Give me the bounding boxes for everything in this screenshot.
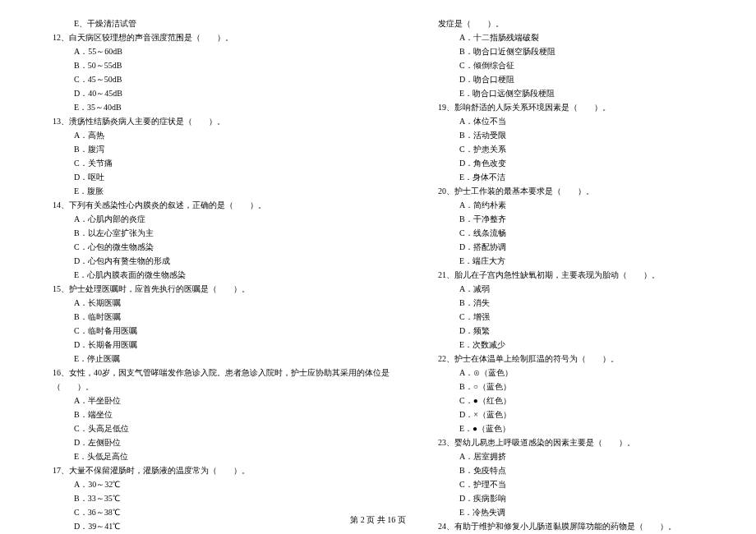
option-text: E．头低足高位 [41, 449, 394, 463]
question-stem: 23、婴幼儿易患上呼吸道感染的因素主要是（ ）。 [426, 435, 715, 449]
question-stem: 17、大量不保留灌肠时，灌肠液的温度常为（ ）。 [41, 463, 394, 477]
option-text: A．高热 [41, 128, 394, 142]
option-text: C．护理不当 [426, 477, 715, 491]
question-stem: 15、护士处理医嘱时，应首先执行的医嘱是（ ）。 [41, 282, 394, 296]
question-stem: 12、白天病区较理想的声音强度范围是（ ）。 [41, 30, 394, 44]
option-text: E．吻合口远侧空肠段梗阻 [426, 86, 715, 100]
option-text: A．居室拥挤 [426, 449, 715, 463]
question-stem: 20、护士工作装的最基本要求是（ ）。 [426, 184, 715, 198]
right-column: 发症是（ ）。 A．十二指肠残端破裂 B．吻合口近侧空肠段梗阻 C．倾倒综合征 … [426, 16, 715, 501]
option-text: A．长期医嘱 [41, 296, 394, 310]
option-text: B．免疫特点 [426, 463, 715, 477]
option-text: B．以左心室扩张为主 [41, 226, 394, 240]
question-stem-cont: （ ）。 [41, 380, 394, 394]
option-text: C．增强 [426, 310, 715, 324]
option-text: E．身体不洁 [426, 170, 715, 184]
option-text: D．角色改变 [426, 156, 715, 170]
option-text: A．十二指肠残端破裂 [426, 30, 715, 44]
option-text: B．活动受限 [426, 128, 715, 142]
option-text: C．●（红色） [426, 394, 715, 407]
question-stem: 13、溃疡性结肠炎病人主要的症状是（ ）。 [41, 114, 394, 128]
option-text: A．半坐卧位 [41, 394, 394, 407]
option-text: C．临时备用医嘱 [41, 324, 394, 338]
option-text: B．50～55dB [41, 58, 394, 72]
question-stem: 19、影响舒适的人际关系环境因素是（ ）。 [426, 100, 715, 114]
question-stem: 16、女性，40岁，因支气管哮喘发作急诊入院。患者急诊入院时，护士应协助其采用的… [41, 366, 394, 380]
option-text: B．消失 [426, 296, 715, 310]
option-text: E．停止医嘱 [41, 352, 394, 366]
option-text: D．搭配协调 [426, 240, 715, 254]
option-text: B．临时医嘱 [41, 310, 394, 324]
option-text: D．呕吐 [41, 170, 394, 184]
option-text: A．⊙（蓝色） [426, 366, 715, 380]
option-text: D．吻合口梗阻 [426, 72, 715, 86]
option-text: C．护患关系 [426, 142, 715, 156]
option-text: C．心包的微生物感染 [41, 240, 394, 254]
option-text: A．30～32℃ [41, 477, 394, 491]
option-text: B．端坐位 [41, 407, 394, 421]
option-text: B．干净整齐 [426, 212, 715, 226]
option-text: A．55～60dB [41, 44, 394, 58]
left-column: E、干燥清洁试管 12、白天病区较理想的声音强度范围是（ ）。 A．55～60d… [41, 16, 394, 501]
option-text: B．○（蓝色） [426, 380, 715, 394]
option-text: E．●（蓝色） [426, 421, 715, 435]
option-text: A．体位不当 [426, 114, 715, 128]
question-stem: 14、下列有关感染性心内膜炎的叙述，正确的是（ ）。 [41, 198, 394, 212]
option-text: C．线条流畅 [426, 226, 715, 240]
option-text: A．简约朴素 [426, 198, 715, 212]
option-text: B．吻合口近侧空肠段梗阻 [426, 44, 715, 58]
option-text: C．倾倒综合征 [426, 58, 715, 72]
option-text: D．左侧卧位 [41, 435, 394, 449]
question-stem: 22、护士在体温单上绘制肛温的符号为（ ）。 [426, 352, 715, 366]
option-text: D．心包内有赘生物的形成 [41, 254, 394, 268]
option-text: D．40～45dB [41, 86, 394, 100]
option-text: E、干燥清洁试管 [41, 16, 394, 30]
option-text: C．45～50dB [41, 72, 394, 86]
option-text: E．心肌内膜表面的微生物感染 [41, 268, 394, 282]
option-text: E．端庄大方 [426, 254, 715, 268]
option-text: E．腹胀 [41, 184, 394, 198]
option-text: D．疾病影响 [426, 491, 715, 505]
option-text: B．腹泻 [41, 142, 394, 156]
question-stem: 21、胎儿在子宫内急性缺氧初期，主要表现为胎动（ ）。 [426, 268, 715, 282]
option-text: E．次数减少 [426, 338, 715, 352]
question-stem-cont: 发症是（ ）。 [426, 16, 715, 30]
option-text: E．35～40dB [41, 100, 394, 114]
option-text: C．头高足低位 [41, 421, 394, 435]
option-text: C．关节痛 [41, 156, 394, 170]
option-text: D．频繁 [426, 324, 715, 338]
option-text: B．33～35℃ [41, 491, 394, 505]
option-text: D．×（蓝色） [426, 407, 715, 421]
exam-page: E、干燥清洁试管 12、白天病区较理想的声音强度范围是（ ）。 A．55～60d… [0, 0, 756, 509]
page-footer: 第 2 页 共 16 页 [0, 514, 756, 526]
option-text: A．减弱 [426, 282, 715, 296]
option-text: A．心肌内部的炎症 [41, 212, 394, 226]
option-text: D．长期备用医嘱 [41, 338, 394, 352]
